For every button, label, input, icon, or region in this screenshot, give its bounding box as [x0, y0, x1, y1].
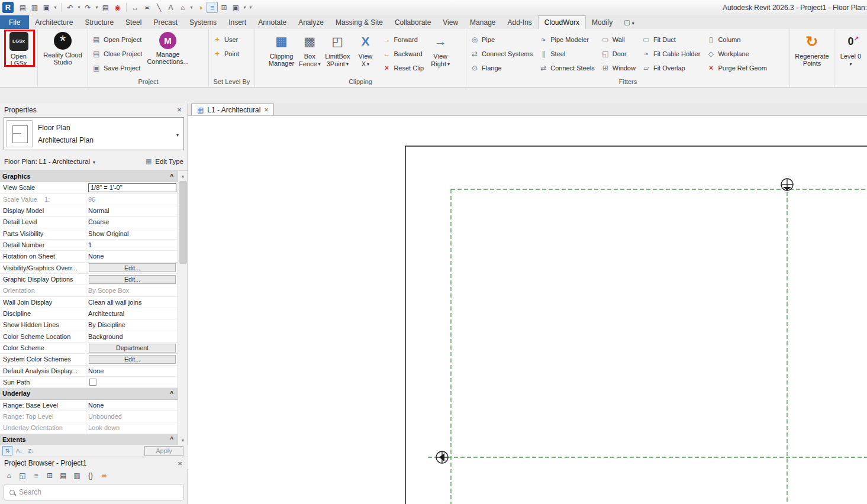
elevation-marker-north[interactable] [781, 179, 793, 190]
close-view-icon[interactable] [264, 106, 268, 114]
switch-windows-icon[interactable]: ▣ [230, 2, 241, 13]
sort-descending-icon[interactable]: Z↓ [26, 446, 36, 455]
regenerate-points-button[interactable]: ↻ Regenerate Points [794, 31, 830, 77]
property-section[interactable]: Underlay [0, 388, 178, 399]
redo-icon[interactable]: ↷ [82, 2, 94, 13]
tab-collaborate[interactable]: Collaborate [389, 15, 437, 29]
edit-button[interactable]: Edit... [89, 355, 176, 364]
edit-button[interactable]: Edit... [89, 275, 176, 284]
search-input[interactable] [19, 488, 178, 496]
connect-systems-button[interactable]: ⇄Connect Systems [468, 47, 535, 60]
property-value[interactable]: None [86, 251, 178, 261]
steel-button[interactable]: ∥Steel [536, 47, 597, 60]
property-value[interactable]: By Discipline [86, 319, 178, 330]
tab-modify[interactable]: Modify [586, 15, 618, 29]
limitbox-3point-button[interactable]: ◰ LimitBox 3Point [324, 31, 351, 77]
default-3d-view-icon[interactable]: ⌂ [177, 2, 188, 13]
properties-filter[interactable]: Floor Plan: L1 - Architectural [4, 158, 90, 165]
clip-forward-button[interactable]: → Forward [379, 33, 426, 46]
qat-customize-caret[interactable]: ▾ [248, 2, 253, 13]
reset-clip-button[interactable]: × Reset Clip [379, 62, 426, 74]
view-x-button[interactable]: X View X [352, 31, 378, 77]
sun-path-checkbox[interactable] [89, 379, 96, 386]
collapse-icon[interactable] [170, 173, 178, 180]
undo-icon[interactable]: ↶ [65, 2, 76, 13]
print-icon[interactable]: ▤ [100, 2, 111, 13]
property-value[interactable]: None [86, 400, 178, 411]
list-view-icon[interactable]: ≡ [31, 470, 41, 481]
workplane-button[interactable]: ◇Workplane [704, 47, 769, 60]
tab-precast[interactable]: Precast [147, 15, 183, 29]
crop-region-boundary[interactable] [405, 146, 867, 504]
open-file-icon[interactable]: ▥ [29, 2, 40, 13]
sort-group-icon[interactable]: ⇅ [2, 446, 12, 455]
tab-manage[interactable]: Manage [464, 15, 501, 29]
level-0-button[interactable]: 0 Level 0 [838, 31, 864, 77]
column-button[interactable]: ▯Column [704, 33, 769, 46]
fit-cable-holder-button[interactable]: ≈Fit Cable Holder [639, 47, 702, 60]
property-value[interactable]: Coarse [86, 217, 178, 227]
collapse-icon[interactable] [170, 390, 178, 397]
box-fence-button[interactable]: ▩ Box Fence [296, 31, 323, 77]
tab-add-ins[interactable]: Add-Ins [501, 15, 537, 29]
measure-icon[interactable]: ↔ [130, 2, 141, 13]
tab-steel[interactable]: Steel [120, 15, 147, 29]
view-right-button[interactable]: → View Right [427, 31, 453, 77]
drawing-canvas[interactable] [188, 116, 867, 504]
door-button[interactable]: ◱Door [598, 47, 638, 60]
scope-select-icon[interactable]: ◱ [17, 470, 28, 481]
property-value[interactable]: Architectural [86, 308, 178, 319]
ribbon-display-toggle[interactable]: ▢ [618, 15, 639, 29]
tab-architecture[interactable]: Architecture [29, 15, 79, 29]
home-icon[interactable]: ⌂ [4, 470, 14, 481]
view-scale-input[interactable]: 1/8" = 1'-0" [88, 183, 176, 192]
pipe-button[interactable]: ◎Pipe [468, 33, 535, 46]
scrollbar-thumb[interactable] [179, 181, 187, 264]
property-value[interactable]: Clean all wall joins [86, 297, 178, 308]
fit-duct-button[interactable]: ▭Fit Duct [639, 33, 702, 46]
tab-view[interactable]: View [437, 15, 464, 29]
view-tab-l1-architectural[interactable]: ▦ L1 - Architectural [191, 104, 274, 115]
close-icon[interactable] [175, 105, 183, 114]
aligned-dimension-icon[interactable]: ≍ [141, 2, 153, 13]
set-level-user-button[interactable]: + User [210, 33, 241, 46]
open-project-button[interactable]: ▤ Open Project [89, 33, 144, 46]
sheet-view-icon[interactable]: ▤ [58, 470, 69, 481]
revit-logo[interactable]: R [2, 2, 14, 13]
schedule-view-icon[interactable]: ⊞ [44, 470, 55, 481]
model-line-icon[interactable]: ╲ [153, 2, 165, 13]
type-selector[interactable]: Floor Plan Architectural Plan [4, 117, 184, 150]
text-note-icon[interactable]: A [165, 2, 176, 13]
property-value[interactable]: None [86, 366, 178, 376]
property-value[interactable]: Background [86, 331, 178, 342]
properties-scrollbar[interactable] [178, 170, 188, 445]
thin-lines-icon[interactable]: ≡ [207, 2, 218, 13]
edit-button[interactable]: Edit... [89, 263, 176, 272]
property-section[interactable]: Graphics [0, 171, 178, 182]
color-scheme-button[interactable]: Department [89, 344, 176, 353]
views-icon[interactable]: ▤ [17, 2, 28, 13]
chevron-down-icon[interactable] [176, 128, 181, 139]
window-button[interactable]: ⊞Window [598, 62, 638, 74]
apply-button[interactable]: Apply [144, 446, 183, 456]
tab-massing-site[interactable]: Massing & Site [330, 15, 389, 29]
scroll-up-icon[interactable] [178, 171, 188, 180]
wall-button[interactable]: ▭Wall [598, 33, 638, 46]
flange-button[interactable]: ⊙Flange [468, 62, 535, 74]
tab-structure[interactable]: Structure [79, 15, 120, 29]
reality-cloud-studio-button[interactable]: * Reality Cloud Studio [42, 31, 83, 77]
connect-steels-button[interactable]: ⇄Connect Steels [536, 62, 597, 74]
reference-planes[interactable] [428, 189, 867, 504]
undo-history-caret[interactable]: ▾ [76, 2, 82, 13]
save-project-button[interactable]: ▣ Save Project [89, 62, 144, 74]
tab-insert[interactable]: Insert [223, 15, 252, 29]
panel-stack-icon[interactable]: ▥ [72, 470, 82, 481]
save-icon[interactable]: ▣ [41, 2, 52, 13]
fit-overlap-button[interactable]: ▱Fit Overlap [639, 62, 702, 74]
tab-cloudworx[interactable]: CloudWorx [538, 15, 586, 29]
property-section[interactable]: Extents [0, 434, 178, 445]
property-value[interactable]: Show Original [86, 228, 178, 239]
property-value[interactable]: 1 [86, 240, 178, 250]
render-icon[interactable]: ◉ [112, 2, 123, 13]
edit-type-button[interactable]: ▦ Edit Type [144, 157, 183, 166]
